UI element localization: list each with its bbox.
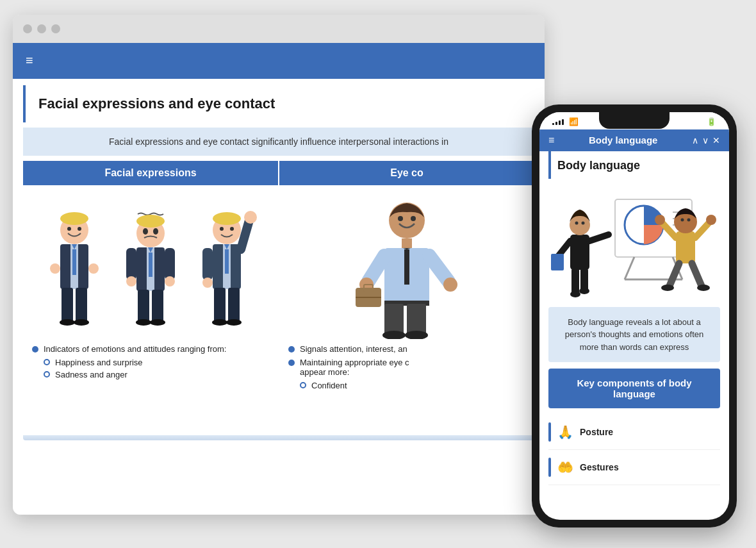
scene: ≡ Facial expressions and eye contact Fac… bbox=[13, 15, 743, 534]
svg-point-94 bbox=[655, 215, 665, 225]
svg-point-47 bbox=[398, 216, 403, 221]
col1-body: Indicators of emotions and attitudes ran… bbox=[23, 185, 278, 426]
svg-rect-82 bbox=[551, 254, 564, 270]
svg-rect-7 bbox=[72, 249, 76, 275]
phone-screen: 📶 10:53 🔋 ≡ Body language ∧ ∨ ✕ bbox=[539, 112, 729, 520]
sub-bullet-text-2: Sadness and anger bbox=[55, 370, 127, 379]
svg-line-60 bbox=[368, 256, 384, 281]
signal-bar-2 bbox=[555, 122, 557, 125]
phone-notch bbox=[599, 112, 670, 129]
browser-titlebar bbox=[13, 15, 545, 43]
col2-bullet-text-1: Signals attention, interest, an bbox=[300, 344, 407, 354]
phone-body: Body language bbox=[539, 151, 729, 500]
page-title: Facial expressions and eye contact bbox=[38, 95, 275, 112]
svg-rect-84 bbox=[676, 231, 695, 263]
svg-rect-49 bbox=[402, 238, 412, 248]
list-accent-posture bbox=[548, 422, 551, 442]
signal-bar-4 bbox=[562, 119, 564, 125]
svg-point-17 bbox=[153, 228, 158, 235]
phone-page-title: Body language bbox=[548, 151, 720, 179]
person-confused-svg bbox=[119, 211, 183, 339]
page-content: Facial expressions and eye contact Facia… bbox=[13, 79, 545, 515]
svg-rect-42 bbox=[214, 288, 226, 323]
phone-list-item-posture[interactable]: 🙏 Posture bbox=[548, 415, 720, 450]
signal-bar-3 bbox=[559, 120, 561, 125]
phone-hamburger-icon[interactable]: ≡ bbox=[548, 135, 554, 146]
phone-nav-up[interactable]: ∧ bbox=[692, 135, 698, 145]
browser-dot-yellow[interactable] bbox=[37, 24, 46, 33]
phone-nav-close[interactable]: ✕ bbox=[712, 135, 720, 145]
svg-point-88 bbox=[697, 285, 710, 291]
bullet-dot bbox=[32, 346, 38, 353]
svg-point-45 bbox=[226, 319, 242, 326]
sub-bullet-1: Happiness and surprise bbox=[44, 358, 269, 367]
browser-dot-red[interactable] bbox=[23, 24, 32, 33]
browser-dot-green[interactable] bbox=[51, 24, 60, 33]
description-text: Body language reveals a lot about a pers… bbox=[565, 317, 703, 352]
svg-rect-43 bbox=[228, 288, 240, 323]
svg-line-58 bbox=[429, 256, 448, 281]
col2-header: Eye co bbox=[279, 161, 534, 185]
col2-sub-bullet-text-1: Confident bbox=[311, 381, 347, 390]
eye-contact-illustration bbox=[286, 192, 528, 339]
svg-point-15 bbox=[136, 215, 165, 228]
svg-point-91 bbox=[687, 219, 691, 222]
svg-point-87 bbox=[661, 285, 674, 291]
svg-point-27 bbox=[165, 276, 175, 286]
svg-point-1 bbox=[60, 212, 88, 225]
svg-point-59 bbox=[443, 278, 457, 292]
svg-line-86 bbox=[692, 263, 702, 286]
svg-rect-52 bbox=[404, 249, 409, 285]
svg-rect-40 bbox=[202, 248, 213, 280]
col2-bullets: Signals attention, interest, an Maintain… bbox=[286, 339, 528, 398]
phone-illustration-svg bbox=[551, 187, 718, 299]
col2-sub-bullet-1: Confident bbox=[300, 381, 525, 390]
svg-point-2 bbox=[67, 227, 71, 231]
hamburger-icon[interactable]: ≡ bbox=[26, 53, 33, 68]
browser-window: ≡ Facial expressions and eye contact Fac… bbox=[13, 15, 545, 515]
phone-nav-down[interactable]: ∨ bbox=[702, 135, 709, 145]
list-accent-gestures bbox=[548, 458, 551, 477]
svg-rect-25 bbox=[165, 248, 175, 280]
svg-rect-75 bbox=[580, 269, 588, 291]
svg-point-12 bbox=[60, 319, 75, 326]
svg-point-28 bbox=[136, 319, 151, 326]
svg-point-31 bbox=[213, 212, 241, 225]
col1-bullets: Indicators of emotions and attitudes ran… bbox=[29, 339, 272, 387]
svg-point-3 bbox=[78, 227, 81, 231]
phone-nav-title: Body language bbox=[561, 135, 686, 145]
posture-label: Posture bbox=[580, 427, 613, 437]
signal-bars bbox=[552, 119, 564, 125]
gestures-icon: 🤲 bbox=[557, 460, 573, 475]
sub-bullet-circle-2 bbox=[44, 371, 50, 378]
phone-illustration bbox=[548, 185, 720, 301]
bullet-text-1: Indicators of emotions and attitudes ran… bbox=[44, 344, 226, 354]
svg-point-32 bbox=[220, 227, 224, 231]
key-components-button[interactable]: Key components of body language bbox=[548, 369, 720, 408]
posture-icon: 🙏 bbox=[557, 424, 573, 440]
svg-point-13 bbox=[74, 319, 89, 326]
svg-line-70 bbox=[625, 257, 634, 279]
description-card: Body language reveals a lot about a pers… bbox=[548, 307, 720, 363]
col2-bullet-text-2b: appear more: bbox=[300, 367, 349, 377]
col-facial-expressions: Facial expressions bbox=[23, 161, 278, 430]
sub-bullet-2: Sadness and anger bbox=[44, 370, 269, 379]
two-columns: Facial expressions bbox=[23, 161, 534, 430]
col1-header: Facial expressions bbox=[23, 161, 278, 185]
svg-point-29 bbox=[150, 319, 165, 326]
col2-bullet-dot-2 bbox=[288, 360, 295, 366]
svg-line-38 bbox=[241, 220, 249, 249]
facial-expressions-illustration bbox=[29, 192, 272, 339]
svg-point-95 bbox=[706, 215, 716, 225]
col2-bullet-2: Maintaining appropriate eye c appear mor… bbox=[288, 358, 525, 377]
col2-bullet-text-2: Maintaining appropriate eye c bbox=[300, 358, 409, 367]
phone-list-item-gestures[interactable]: 🤲 Gestures bbox=[548, 450, 720, 485]
bullet-item-1: Indicators of emotions and attitudes ran… bbox=[32, 344, 269, 354]
browser-content: ≡ Facial expressions and eye contact Fac… bbox=[13, 43, 545, 515]
svg-point-39 bbox=[244, 211, 257, 224]
wifi-icon: 📶 bbox=[569, 117, 579, 126]
svg-point-44 bbox=[212, 319, 227, 326]
scroll-hint bbox=[23, 435, 534, 440]
svg-rect-9 bbox=[76, 288, 87, 323]
svg-rect-21 bbox=[149, 253, 152, 277]
